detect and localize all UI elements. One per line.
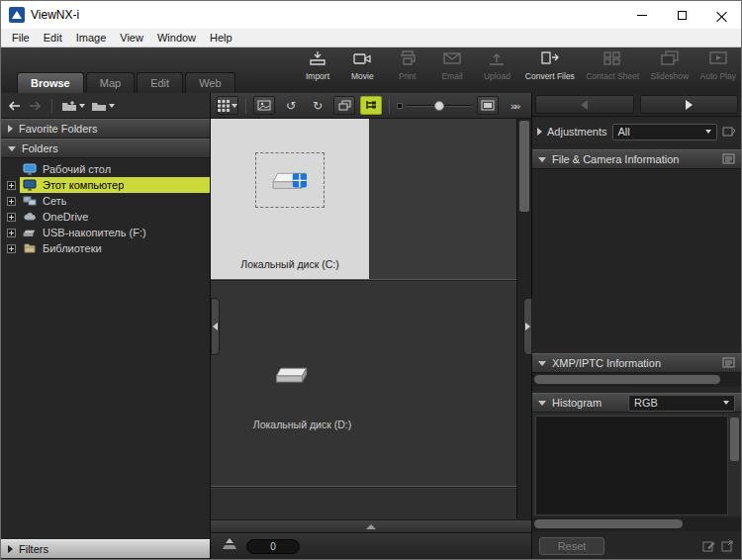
right-panel-footer: Reset [532, 533, 741, 559]
chevron-up-icon [366, 524, 376, 529]
zoom-slider[interactable] [407, 99, 472, 113]
xmp-horizontal-scrollbar[interactable] [532, 373, 741, 387]
menu-view[interactable]: View [113, 32, 150, 44]
browser-status-bar: 0 [211, 532, 531, 559]
adjustments-dropdown[interactable]: All [612, 124, 717, 140]
tree-structure-icon [365, 100, 377, 111]
histogram-channel-value: RGB [634, 397, 658, 409]
tree-item-usb-drive[interactable]: USB-накопитель (F:) [1, 225, 210, 240]
next-image-button[interactable] [640, 95, 739, 114]
filters-header[interactable]: Filters [1, 539, 210, 559]
viewer-mode-button[interactable] [253, 96, 275, 115]
folder-tree-toggle-button[interactable] [360, 96, 382, 115]
auto-play-icon [707, 50, 729, 70]
zoom-out-icon[interactable] [397, 103, 403, 109]
tree-item-desktop[interactable]: Рабочий стол [1, 161, 210, 177]
previous-image-button[interactable] [535, 95, 634, 114]
save-metadata-icon-button[interactable] [721, 540, 734, 552]
collapsed-caret-icon [8, 125, 13, 133]
menu-help[interactable]: Help [203, 32, 239, 44]
forward-button[interactable] [28, 100, 43, 112]
file-camera-info-header[interactable]: File & Camera Information [532, 149, 741, 169]
back-arrow-icon [7, 100, 22, 112]
menu-window[interactable]: Window [150, 32, 203, 44]
add-favorite-folder-button[interactable] [61, 100, 85, 112]
scrollbar-thumb[interactable] [730, 418, 739, 461]
scrollbar-thumb[interactable] [519, 121, 529, 212]
rotate-left-button[interactable]: ↺ [280, 96, 302, 115]
favorite-folders-header[interactable]: Favorite Folders [1, 119, 210, 139]
metadata-list-icon[interactable] [722, 153, 735, 166]
maximize-icon [678, 11, 687, 20]
expanded-caret-icon [538, 361, 546, 366]
selected-count-box: 0 [246, 539, 300, 554]
expand-plus-icon[interactable] [7, 197, 16, 206]
rotate-right-button[interactable]: ↻ [307, 96, 328, 115]
expand-plus-icon[interactable] [7, 181, 16, 190]
compare-images-button[interactable] [333, 96, 355, 115]
xmp-iptc-header[interactable]: XMP/IPTC Information [532, 353, 741, 373]
grid-view-icon [218, 100, 230, 112]
tab-web[interactable]: Web [185, 72, 234, 93]
revert-adjustments-icon-button[interactable] [722, 126, 736, 138]
xmp-iptc-label: XMP/IPTC Information [552, 357, 661, 369]
toolbar-print-button[interactable]: Print [388, 50, 427, 81]
menu-image[interactable]: Image [69, 32, 114, 44]
xmp-list-icon[interactable] [722, 357, 735, 370]
tab-edit[interactable]: Edit [137, 72, 183, 93]
drive-item-c[interactable]: Локальный диск (C:) [211, 119, 369, 279]
toolbar-import-button[interactable]: Import [298, 50, 337, 81]
expanded-caret-icon [538, 401, 546, 406]
chevron-left-icon [213, 323, 218, 330]
toolbar-convert-files-button[interactable]: Convert Files [522, 50, 578, 81]
edit-metadata-icon-button[interactable] [702, 540, 715, 552]
filters-label: Filters [19, 543, 48, 555]
toolbar-contact-sheet-button[interactable]: Contact Sheet [583, 50, 642, 81]
row-divider [211, 279, 516, 281]
histogram-header[interactable]: Histogram RGB [532, 393, 741, 413]
histogram-vertical-scrollbar[interactable] [728, 416, 741, 515]
toolbar-email-button[interactable]: Email [432, 50, 472, 81]
scrollbar-thumb[interactable] [534, 519, 683, 528]
toolbar-slideshow-button[interactable]: Slideshow [647, 50, 692, 81]
folder-nav-strip [1, 93, 210, 119]
histogram-horizontal-scrollbar[interactable] [532, 517, 741, 531]
onedrive-cloud-icon [23, 211, 38, 223]
folder-options-button[interactable] [91, 100, 115, 112]
tree-item-onedrive[interactable]: OneDrive [1, 209, 210, 225]
toolbar-movie-button[interactable]: Movie [342, 50, 382, 81]
expand-plus-icon[interactable] [7, 244, 16, 253]
toolbar-auto-play-button[interactable]: Auto Play [697, 50, 739, 81]
expand-plus-icon[interactable] [7, 229, 16, 237]
zoom-slider-thumb[interactable] [434, 101, 444, 111]
collapse-left-panel-handle[interactable] [211, 298, 220, 355]
collapse-right-panel-handle[interactable] [523, 298, 532, 355]
close-button[interactable] [701, 1, 741, 29]
empty-grid-area [211, 489, 516, 519]
expand-plus-icon[interactable] [7, 213, 16, 222]
reset-button[interactable]: Reset [539, 537, 604, 555]
label-filter-icon[interactable] [221, 537, 238, 555]
scrollbar-thumb[interactable] [534, 375, 720, 384]
toolbar-upload-button[interactable]: Upload [477, 50, 516, 81]
tree-item-libraries[interactable]: Библиотеки [1, 240, 210, 256]
maximize-button[interactable] [662, 1, 701, 29]
back-button[interactable] [7, 100, 22, 112]
menu-file[interactable]: File [5, 32, 37, 44]
menu-edit[interactable]: Edit [37, 32, 69, 44]
toolbar-overflow-button[interactable]: »» [504, 96, 525, 115]
folders-header[interactable]: Folders [1, 139, 210, 158]
minimize-button[interactable] [622, 1, 662, 29]
tree-item-this-pc[interactable]: Этот компьютер [1, 177, 210, 193]
tab-map[interactable]: Map [86, 72, 135, 93]
file-camera-info-body [532, 169, 741, 347]
row-divider [211, 486, 516, 488]
thumbnail-view-mode-button[interactable] [217, 96, 238, 115]
drive-item-d[interactable]: Локальный диск (D:) [211, 282, 516, 486]
filmstrip-expander[interactable] [211, 519, 531, 532]
fit-to-screen-button[interactable] [477, 96, 499, 115]
window-controls [622, 1, 741, 29]
tree-item-network[interactable]: Сеть [1, 193, 210, 209]
tab-browse[interactable]: Browse [17, 72, 84, 93]
histogram-channel-dropdown[interactable]: RGB [628, 395, 735, 412]
